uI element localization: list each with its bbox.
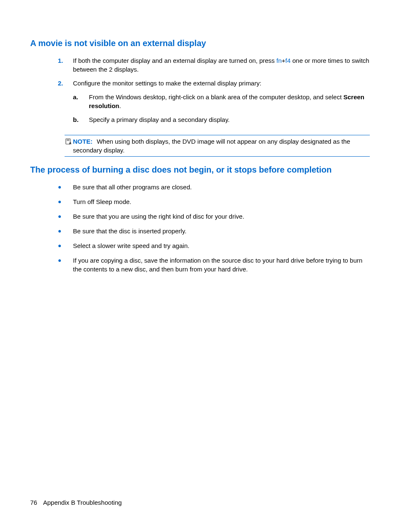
list-item: ● Be sure that the disc is inserted prop…: [30, 227, 370, 235]
bullet-icon: ●: [58, 227, 73, 235]
bullet-list: ● Be sure that all other programs are cl…: [30, 183, 370, 274]
step-body: If both the computer display and an exte…: [73, 56, 370, 74]
note-text: When using both displays, the DVD image …: [73, 138, 350, 154]
sub-step-letter: b.: [73, 115, 89, 124]
text: .: [119, 102, 121, 109]
text: Configure the monitor settings to make t…: [73, 80, 261, 87]
bullet-icon: ●: [58, 183, 73, 191]
document-page: A movie is not visible on an external di…: [0, 0, 400, 274]
sub-steps: a. From the Windows desktop, right-click…: [73, 93, 370, 124]
text: If both the computer display and an exte…: [73, 57, 276, 64]
list-text: Be sure that the disc is inserted proper…: [73, 227, 187, 235]
sub-step-body: From the Windows desktop, right-click on…: [89, 93, 370, 110]
ordered-list-1: 1. If both the computer display and an e…: [30, 56, 370, 129]
step-number: 1.: [30, 56, 73, 74]
note-icon: [65, 138, 72, 145]
list-item: ● Be sure that all other programs are cl…: [30, 183, 370, 191]
step-2: 2. Configure the monitor settings to mak…: [30, 79, 370, 129]
sub-step-body: Specify a primary display and a secondar…: [89, 115, 230, 124]
sub-step-b: b. Specify a primary display and a secon…: [73, 115, 370, 124]
sub-step-a: a. From the Windows desktop, right-click…: [73, 93, 370, 110]
note-callout: NOTE:When using both displays, the DVD i…: [65, 135, 370, 157]
step-body: Configure the monitor settings to make t…: [73, 79, 370, 129]
list-item: ● If you are copying a disc, save the in…: [30, 256, 370, 274]
text: From the Windows desktop, right-click on…: [89, 93, 343, 101]
list-item: ● Be sure that you are using the right k…: [30, 212, 370, 221]
plus: +: [282, 57, 286, 64]
list-text: If you are copying a disc, save the info…: [73, 256, 370, 274]
key-f4-link[interactable]: f4: [286, 57, 291, 64]
key-fn-link[interactable]: fn: [276, 57, 282, 64]
list-item: ● Select a slower write speed and try ag…: [30, 241, 370, 250]
list-text: Turn off Sleep mode.: [73, 197, 131, 206]
list-item: ● Turn off Sleep mode.: [30, 197, 370, 206]
note-content: NOTE:When using both displays, the DVD i…: [73, 137, 370, 155]
bullet-icon: ●: [58, 197, 73, 206]
bullet-icon: ●: [58, 241, 73, 250]
list-text: Be sure that you are using the right kin…: [73, 212, 244, 221]
page-footer: 76Appendix B Troubleshooting: [30, 499, 122, 506]
step-1: 1. If both the computer display and an e…: [30, 56, 370, 74]
section-heading-1: A movie is not visible on an external di…: [30, 38, 370, 49]
list-text: Select a slower write speed and try agai…: [73, 241, 190, 250]
sub-step-letter: a.: [73, 93, 89, 110]
page-number: 76: [30, 499, 37, 506]
note-label: NOTE:: [73, 138, 93, 145]
chapter-title: Appendix B Troubleshooting: [43, 499, 122, 506]
bullet-icon: ●: [58, 256, 73, 274]
bullet-icon: ●: [58, 212, 73, 221]
step-number: 2.: [30, 79, 73, 129]
section-heading-2: The process of burning a disc does not b…: [30, 164, 370, 175]
list-text: Be sure that all other programs are clos…: [73, 183, 192, 191]
